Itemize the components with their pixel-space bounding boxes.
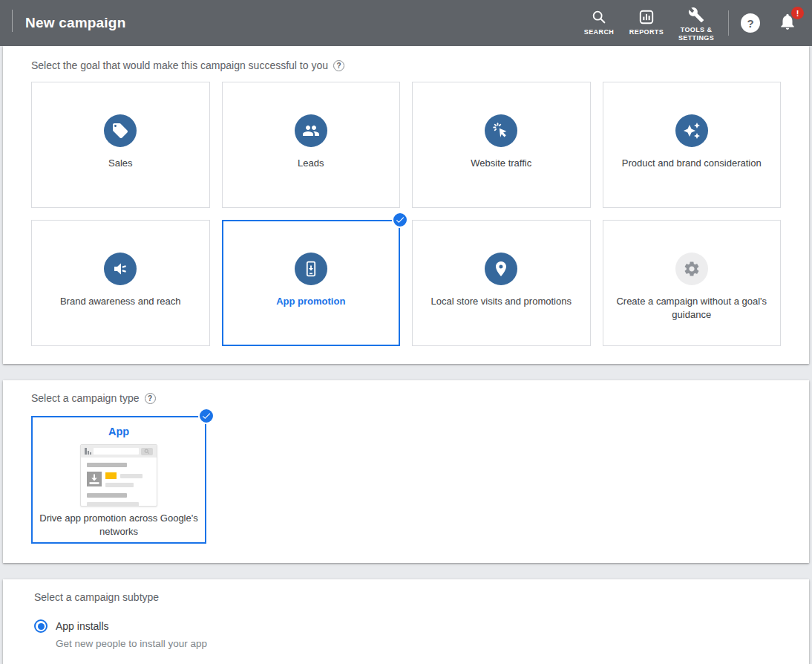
goal-card-brand-awareness[interactable]: Brand awareness and reach (31, 220, 210, 346)
subtype-option-app-installs[interactable]: App installs (34, 619, 778, 633)
goal-card-leads[interactable]: Leads (222, 82, 401, 208)
campaign-type-title: Select a campaign type (31, 392, 140, 404)
illustration-logo (85, 448, 91, 455)
selected-check-icon (198, 408, 215, 424)
illustration-search-input (94, 448, 139, 455)
illustration-text-bar (87, 493, 127, 498)
goal-card-sales[interactable]: Sales (31, 82, 210, 208)
goal-card-app-promotion[interactable]: App promotion (222, 220, 401, 346)
goal-card-label: Leads (298, 157, 324, 170)
goal-card-grid: Sales Leads (31, 82, 781, 346)
goal-card-label: App promotion (276, 295, 345, 308)
radio-dot (38, 623, 45, 630)
goal-card-label: Sales (108, 157, 133, 170)
header-divider (728, 10, 729, 36)
illustration-text-bar (105, 483, 134, 487)
selected-check-icon (392, 212, 408, 228)
nav-search-label: SEARCH (578, 28, 620, 36)
goal-help-icon[interactable]: ? (333, 60, 344, 71)
cursor-click-icon (485, 114, 517, 147)
goal-card-product-brand-consideration[interactable]: Product and brand consideration (603, 82, 782, 208)
app-campaign-illustration (80, 444, 157, 507)
nav-reports[interactable]: REPORTS (623, 0, 670, 46)
illustration-search-button (141, 448, 153, 455)
nav-tools-settings-label: TOOLS & SETTINGS (675, 26, 717, 43)
phone-download-icon (295, 253, 327, 285)
wrench-icon (688, 6, 704, 24)
illustration-app-tile (87, 472, 102, 486)
goal-card-website-traffic[interactable]: Website traffic (412, 82, 591, 208)
page-title: New campaign (25, 15, 125, 31)
illustration-text-bar (120, 474, 143, 478)
campaign-type-card-app[interactable]: App (31, 416, 206, 544)
top-app-bar: New campaign SEARCH (0, 0, 812, 46)
goal-section: Select the goal that would make this cam… (3, 46, 809, 364)
notification-badge: ! (791, 7, 804, 19)
header-left-divider (12, 10, 13, 32)
sparkles-icon (675, 114, 708, 147)
radio-selected-icon[interactable] (34, 619, 48, 633)
goal-card-label: Product and brand consideration (622, 157, 762, 170)
illustration-text-bar (87, 502, 139, 507)
search-icon (591, 8, 607, 26)
illustration-text-bar (87, 463, 127, 467)
nav-search[interactable]: SEARCH (575, 0, 623, 46)
campaign-type-card-label: App (33, 426, 205, 437)
goal-card-local-store-visits[interactable]: Local store visits and promotions (412, 220, 591, 346)
goal-card-label: Brand awareness and reach (60, 295, 181, 308)
goal-section-title: Select the goal that would make this cam… (31, 59, 328, 71)
illustration-search-bar (81, 445, 157, 458)
goal-card-label: Local store visits and promotions (431, 295, 572, 308)
reports-icon (638, 8, 655, 26)
speaker-icon (104, 253, 137, 285)
campaign-type-help-icon[interactable]: ? (145, 393, 156, 404)
gear-icon (675, 253, 708, 285)
campaign-subtype-section: Select a campaign subtype App installs G… (3, 579, 809, 664)
tag-icon (104, 114, 137, 147)
campaign-subtype-title: Select a campaign subtype (34, 591, 159, 603)
nav-reports-label: REPORTS (626, 28, 667, 36)
map-pin-icon (485, 253, 517, 285)
illustration-rating-chip (105, 472, 117, 479)
goal-card-label: Create a campaign without a goal's guida… (614, 295, 770, 321)
campaign-type-card-description: Drive app promotion across Google's netw… (33, 512, 205, 538)
campaign-type-section: Select a campaign type ? App (3, 380, 809, 563)
subtype-option-label: App installs (56, 620, 109, 632)
nav-tools-settings[interactable]: TOOLS & SETTINGS (670, 0, 722, 46)
illustration-result-area (81, 458, 157, 507)
subtype-option-description: Get new people to install your app (56, 638, 778, 649)
help-icon: ? (747, 17, 753, 30)
bell-icon (778, 21, 797, 33)
goal-card-no-goal[interactable]: Create a campaign without a goal's guida… (603, 220, 782, 346)
people-icon (295, 114, 327, 147)
goal-card-label: Website traffic (471, 157, 531, 170)
notifications-button[interactable]: ! (778, 12, 797, 34)
help-button[interactable]: ? (741, 13, 760, 33)
